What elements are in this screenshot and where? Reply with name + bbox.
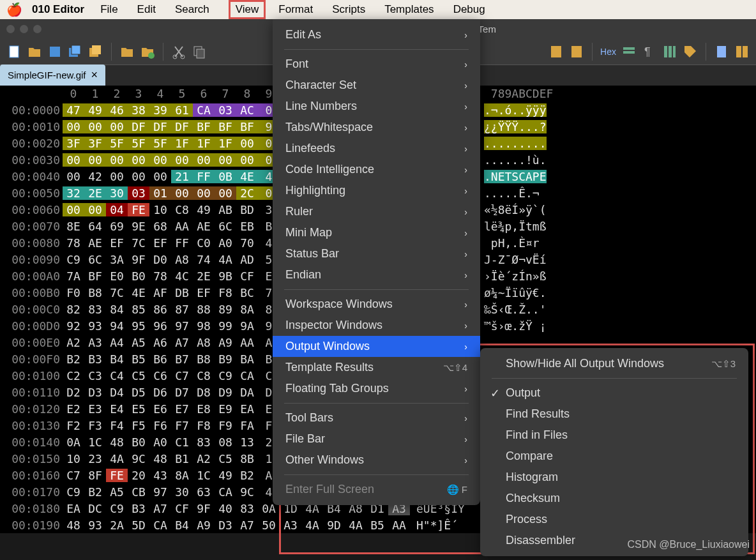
menu-separator — [284, 474, 469, 475]
svg-rect-5 — [92, 45, 101, 54]
menu-item-file-bar[interactable]: File Bar› — [273, 428, 480, 450]
save-icon[interactable] — [47, 44, 63, 59]
menu-item-template-results[interactable]: Template Results⌥⇧4 — [273, 357, 480, 378]
toolbar-separator — [706, 43, 706, 61]
offset-label: 00:0090 — [0, 253, 63, 266]
menu-view[interactable]: View — [229, 0, 266, 19]
offset-label: 00:00B0 — [0, 286, 63, 299]
save-all-icon[interactable] — [68, 44, 83, 59]
minimize-window-button[interactable] — [20, 25, 28, 33]
menu-item-mini-map[interactable]: Mini Map› — [273, 222, 480, 243]
open-template-icon[interactable] — [119, 44, 135, 59]
svg-rect-20 — [736, 46, 741, 57]
offset-label: 00:0030 — [0, 153, 63, 167]
svg-rect-11 — [551, 46, 561, 57]
tag-icon[interactable] — [683, 44, 698, 59]
compare-icon[interactable] — [734, 44, 750, 59]
offset-label: 00:0180 — [0, 502, 63, 515]
menu-separator — [284, 289, 469, 290]
offset-label: 00:00C0 — [0, 303, 63, 316]
submenu-checksum[interactable]: Checksum — [480, 488, 748, 509]
offset-label: 00:00F0 — [0, 352, 63, 366]
menu-search[interactable]: Search — [175, 3, 209, 16]
submenu-process[interactable]: Process — [480, 509, 748, 530]
menu-item-highlighting[interactable]: Highlighting› — [273, 180, 480, 201]
submenu-compare[interactable]: Compare — [480, 446, 748, 467]
pilcrow-icon[interactable]: ¶ — [642, 44, 657, 59]
close-tab-icon[interactable]: × — [91, 68, 98, 82]
offset-label: 00:00D0 — [0, 319, 63, 333]
calculator-icon[interactable] — [714, 44, 729, 59]
offset-label: 00:0100 — [0, 369, 63, 382]
submenu-histogram[interactable]: Histogram — [480, 467, 748, 488]
tab-label: SimpleGIF-new.gif — [8, 70, 86, 80]
offset-label: 00:0020 — [0, 137, 63, 150]
menu-item-ruler[interactable]: Ruler› — [273, 201, 480, 222]
svg-rect-18 — [673, 46, 676, 57]
menu-debug[interactable]: Debug — [453, 3, 485, 16]
menu-item-status-bar[interactable]: Status Bar› — [273, 243, 480, 264]
new-file-icon[interactable] — [6, 44, 22, 59]
menu-item-edit-as[interactable]: Edit As› — [273, 24, 480, 45]
menu-item-linefeeds[interactable]: Linefeeds› — [273, 138, 480, 159]
offset-label: 00:00A0 — [0, 269, 63, 283]
file-tab[interactable]: SimpleGIF-new.gif × — [0, 64, 105, 86]
menu-item-font[interactable]: Font› — [273, 54, 480, 75]
copy-icon[interactable] — [192, 44, 207, 59]
offset-label: 00:0070 — [0, 220, 63, 233]
svg-point-6 — [148, 52, 155, 59]
svg-rect-1 — [50, 47, 60, 57]
script-icon[interactable] — [548, 44, 564, 59]
menu-edit[interactable]: Edit — [137, 3, 156, 16]
svg-text:¶: ¶ — [644, 45, 651, 58]
toolbar-separator — [592, 43, 593, 61]
menu-item-tool-bars[interactable]: Tool Bars› — [273, 407, 480, 428]
menu-item-inspector-windows[interactable]: Inspector Windows› — [273, 315, 480, 336]
offset-label: 00:0000 — [0, 103, 63, 117]
offset-label: 00:0060 — [0, 203, 63, 216]
app-name: 010 Editor — [32, 3, 84, 16]
ascii-header: 789ABCDEF — [491, 87, 554, 100]
svg-rect-19 — [717, 46, 726, 57]
menu-item-other-windows[interactable]: Other Windows› — [273, 450, 480, 471]
zoom-window-button[interactable] — [33, 25, 42, 33]
menu-item-character-set[interactable]: Character Set› — [273, 75, 480, 96]
menu-item-code-intelligence[interactable]: Code Intelligence› — [273, 159, 480, 180]
menu-item-line-numbers[interactable]: Line Numbers› — [273, 96, 480, 117]
svg-rect-10 — [197, 49, 204, 58]
submenu-show-hide-all[interactable]: Show/Hide All Output Windows⌥⇧3 — [480, 353, 748, 374]
offset-label: 00:0190 — [0, 518, 63, 532]
offset-label: 00:0120 — [0, 402, 63, 416]
menu-scripts[interactable]: Scripts — [332, 3, 365, 16]
offset-label: 00:0010 — [0, 120, 63, 133]
menu-file[interactable]: File — [100, 3, 117, 16]
svg-rect-0 — [10, 46, 19, 57]
columns-icon[interactable] — [662, 44, 677, 59]
template-icon[interactable] — [569, 44, 584, 59]
menu-item-workspace-windows[interactable]: Workspace Windows› — [273, 294, 480, 315]
offset-label: 00:0080 — [0, 236, 63, 250]
run-template-icon[interactable] — [140, 44, 155, 59]
cut-icon[interactable] — [171, 44, 186, 59]
offset-label: 00:0050 — [0, 186, 63, 200]
submenu-find-in-files[interactable]: Find in Files — [480, 425, 748, 446]
menu-format[interactable]: Format — [278, 3, 313, 16]
menu-item-enter-full-screen[interactable]: Enter Full Screen🌐 F — [273, 479, 480, 500]
open-folder-icon[interactable] — [27, 44, 42, 59]
menu-templates[interactable]: Templates — [384, 3, 434, 16]
menu-item-tabs-whitespace[interactable]: Tabs/Whitespace› — [273, 117, 480, 138]
menu-item-output-windows[interactable]: Output Windows› — [273, 336, 480, 357]
close-window-button[interactable] — [6, 25, 15, 33]
menu-item-floating-tab-groups[interactable]: Floating Tab Groups› — [273, 378, 480, 399]
submenu-find-results[interactable]: Find Results — [480, 404, 748, 425]
svg-rect-16 — [664, 46, 667, 57]
view-mode1-icon[interactable] — [621, 44, 637, 59]
offset-label: 00:0040 — [0, 170, 63, 183]
menu-item-endian[interactable]: Endian› — [273, 264, 480, 285]
submenu-output[interactable]: ✓Output — [480, 382, 748, 404]
menu-separator — [284, 49, 469, 50]
svg-rect-13 — [623, 47, 635, 50]
offset-label: 00:0110 — [0, 386, 63, 399]
copy-files-icon[interactable] — [88, 44, 103, 59]
output-windows-submenu: Show/Hide All Output Windows⌥⇧3✓OutputFi… — [480, 348, 748, 556]
